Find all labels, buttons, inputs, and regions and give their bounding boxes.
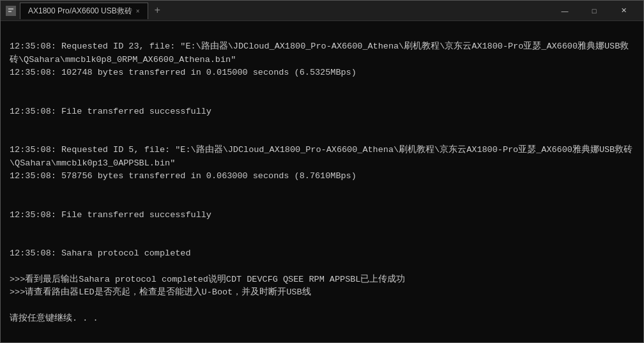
blank-line	[10, 79, 634, 92]
app-icon	[6, 6, 16, 16]
console-output: 12:35:08: Requested ID 23, file: "E:\路由器…	[1, 21, 643, 342]
console-line: >>>看到最后输出Sahara protocol completed说明CDT …	[10, 273, 634, 286]
console-line: 12:35:08: File transferred successfully	[10, 209, 634, 222]
console-line: >>>请查看路由器LED是否亮起，检查是否能进入U-Boot，并及时断开USB线	[10, 286, 634, 299]
blank-line	[10, 118, 634, 131]
console-line: 请按任意键继续. . .	[10, 312, 634, 325]
blank-line	[10, 261, 634, 273]
main-window: AX1800 Pro/AX6600 USB救砖 × + — □ ✕ 12:35:…	[0, 0, 644, 343]
console-line: 12:35:08: Requested ID 5, file: "E:\路由器\…	[10, 144, 634, 170]
blank-line	[10, 131, 634, 144]
svg-rect-1	[8, 8, 13, 10]
close-tab-button[interactable]: ×	[136, 8, 140, 15]
tab-title: AX1800 Pro/AX6600 USB救砖	[28, 6, 132, 17]
blank-line	[10, 27, 634, 40]
console-line: 12:35:08: Requested ID 23, file: "E:\路由器…	[10, 40, 634, 66]
new-tab-button[interactable]: +	[150, 5, 166, 17]
blank-line	[10, 183, 634, 195]
blank-line	[10, 222, 634, 234]
console-line: 12:35:08: 578756 bytes transferred in 0.…	[10, 170, 634, 183]
window-controls: — □ ✕	[550, 1, 638, 21]
blank-line	[10, 92, 634, 105]
active-tab[interactable]: AX1800 Pro/AX6600 USB救砖 ×	[20, 3, 148, 19]
close-button[interactable]: ✕	[609, 1, 638, 21]
title-bar: AX1800 Pro/AX6600 USB救砖 × + — □ ✕	[1, 1, 643, 21]
console-line: 12:35:08: File transferred successfully	[10, 105, 634, 118]
blank-line	[10, 234, 634, 247]
maximize-button[interactable]: □	[579, 1, 609, 21]
blank-line	[10, 299, 634, 312]
minimize-button[interactable]: —	[550, 1, 579, 21]
console-line: 12:35:08: Sahara protocol completed	[10, 247, 634, 260]
svg-rect-2	[8, 11, 12, 12]
console-line: 12:35:08: 102748 bytes transferred in 0.…	[10, 66, 634, 79]
blank-line	[10, 195, 634, 208]
